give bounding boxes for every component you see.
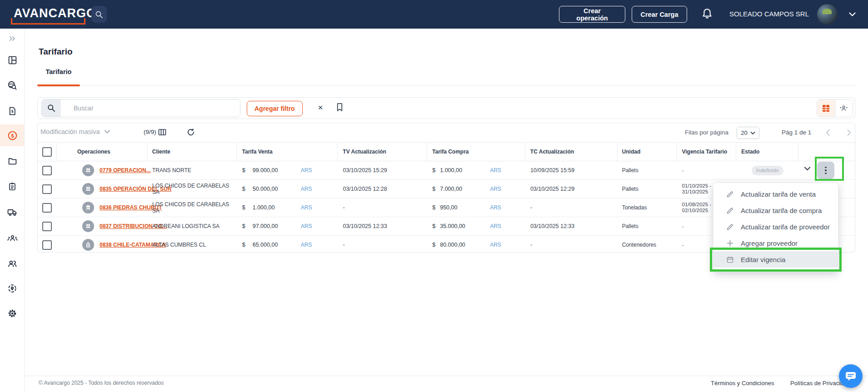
search-input[interactable] [61,99,240,117]
header-tv-actualizacion: TV Actualización [338,143,427,161]
select-all-checkbox[interactable] [42,147,52,157]
terms-link[interactable]: Términos y Condiciones [711,380,774,387]
grid-view-button[interactable] [817,99,835,117]
bulk-action-dropdown[interactable]: Modificación masiva [40,128,110,135]
globe-search-icon[interactable] [7,80,18,91]
venta-value: 65.000,00 [253,242,278,248]
currency-symbol: $ [432,186,435,192]
table-row: 0779 OPERACION... TRANS NORTE $ 99.000,0… [38,161,855,180]
tv-actualizacion-cell: - [338,236,427,254]
compra-value: 35.000,00 [440,223,465,229]
menu-item-actualizar-tarifa-compra[interactable]: Actualizar tarifa de compra [713,202,838,218]
status-badge: Indefinido [752,166,783,175]
vigencia-line1: 01/10/2025 - [682,183,712,189]
plus-icon [726,239,734,247]
folder-icon[interactable] [7,155,18,166]
topbar-search-button[interactable] [91,6,107,23]
tarifa-venta-cell: $ 97.000,00 ARS [237,217,338,235]
header-operaciones: Operaciones [57,143,148,161]
search-icon [42,99,61,117]
cliente-cell: ANDREANI LOGISTICA SA [148,217,237,235]
truck-icon[interactable] [7,207,18,218]
clipboard-icon[interactable] [7,181,18,192]
menu-item-label: Actualizar tarifa de compra [741,207,822,214]
currency-symbol: $ [432,223,435,229]
tc-actualizacion-cell: 03/10/2025 12:29 [525,180,618,198]
menu-item-editar-vigencia[interactable]: Editar vigencia [713,251,838,268]
tariffs-dollar-icon[interactable]: $ [7,130,18,141]
pencil-icon [726,223,734,231]
create-operation-button[interactable]: Crear operación [559,6,625,23]
tarifa-compra-cell: $ 35.000,00 ARS [427,217,525,235]
chat-widget-button[interactable] [839,364,863,388]
row-checkbox[interactable] [42,203,52,213]
bookmark-icon[interactable] [336,103,344,112]
avatar[interactable] [817,4,838,25]
clear-filter-icon[interactable]: × [315,101,326,114]
venta-value: 97.000,00 [253,223,278,229]
settings-gear-icon[interactable] [7,308,18,319]
previous-page-button[interactable] [825,129,830,136]
venta-value: 50.000,00 [253,186,278,192]
currency-symbol: $ [242,223,245,229]
menu-item-actualizar-tarifa-proveedor[interactable]: Actualizar tarifa de proveedor [713,218,838,235]
vigencia-line2: 31/10/2025 [682,189,708,194]
page-indicator: Pág 1 de 1 [782,129,811,136]
row-checkbox[interactable] [42,184,52,194]
row-kebab-menu-button[interactable] [817,162,834,179]
expand-sidebar-icon[interactable] [7,33,18,44]
unidad-cell: Contenedores [618,236,677,254]
menu-item-label: Agregar proveedor [741,239,798,247]
tracking-icon[interactable] [7,283,18,294]
compra-currency: ARS [490,223,501,229]
tc-actualizacion-cell: - [525,198,618,217]
tab-tarifario[interactable]: Tarifario [37,68,80,75]
tarifa-compra-cell: $ 80.000,00 ARS [427,236,525,254]
svg-text:$: $ [11,133,14,138]
truck-icon [82,164,94,176]
account-name[interactable]: SOLEADO CAMPOS SRL [729,10,809,18]
create-load-button[interactable]: Crear Carga [632,6,687,23]
row-checkbox[interactable] [42,240,52,250]
rows-per-page-select[interactable]: 20 [737,127,759,139]
venta-currency: ARS [301,223,312,229]
next-page-button[interactable] [847,129,852,136]
tarifa-compra-cell: $ 1.000,00 ARS [427,161,525,179]
add-filter-button[interactable]: Agregar filtro [247,101,303,116]
team-icon[interactable] [7,233,18,243]
active-tab-indicator [37,84,80,86]
building-icon [82,239,94,251]
compra-currency: ARS [490,186,501,192]
clients-view-button[interactable] [835,99,853,117]
row-expand-chevron-icon[interactable] [804,166,811,171]
row-checkbox[interactable] [42,222,52,231]
tarifa-compra-cell: $ 950,00 ARS [427,198,525,217]
operation-link[interactable]: 0779 OPERACION... [100,167,151,174]
header-cliente: Cliente [148,143,237,161]
pencil-icon [726,190,734,198]
header-tc-actualizacion: TC Actualización [525,143,618,161]
refresh-icon[interactable] [187,128,195,136]
venta-value: 1.000,00 [253,204,275,211]
vigencia-cell: - [677,161,737,179]
currency-symbol: $ [242,186,245,192]
header-tarifa-venta: Tarifa Venta [237,143,338,161]
tc-actualizacion-cell: - [525,236,618,254]
notifications-bell-icon[interactable] [701,8,713,20]
sidebar: $ $ [0,29,25,392]
header-unidad: Unidad [618,143,677,161]
row-checkbox[interactable] [42,166,52,175]
menu-item-agregar-proveedor[interactable]: Agregar proveedor [713,235,838,251]
chevron-down-icon [104,129,110,134]
train-icon [82,202,94,213]
vigencia-line2: 02/10/2025 [682,208,708,213]
account-chevron-down-icon[interactable] [848,11,856,17]
columns-icon[interactable] [158,128,167,137]
currency-symbol: $ [432,167,435,174]
venta-value: 99.000,00 [253,167,278,174]
dashboard-icon[interactable] [7,55,18,65]
document-dollar-icon[interactable]: $ [7,105,18,116]
menu-item-label: Editar vigencia [741,256,785,263]
menu-item-actualizar-tarifa-venta[interactable]: Actualizar tarifa de venta [713,186,838,202]
clients-icon[interactable] [7,258,18,269]
